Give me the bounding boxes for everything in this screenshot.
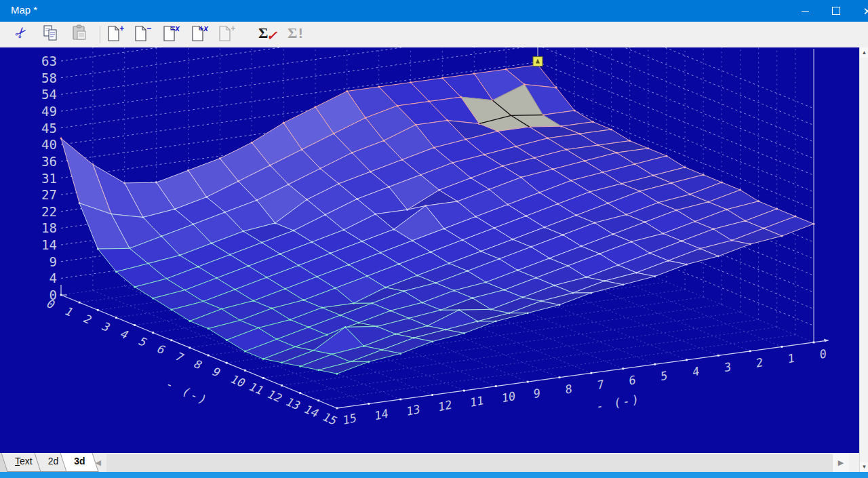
checksum-ok-button[interactable]: Σ ✓	[256, 24, 281, 45]
surface-node	[543, 226, 545, 228]
surface-node	[559, 304, 561, 306]
surface-node	[261, 241, 263, 243]
surface-node	[401, 159, 403, 161]
surface-node	[205, 196, 208, 198]
surface-node	[412, 239, 414, 241]
map-subtract-button[interactable]: −	[132, 24, 153, 45]
surface-node	[448, 262, 450, 264]
surface-node	[284, 287, 286, 290]
surface-node	[326, 334, 328, 336]
surface-node	[744, 220, 746, 222]
surface-node	[271, 307, 273, 309]
surface-node	[689, 193, 691, 195]
surface-node	[616, 152, 618, 154]
surface-node	[763, 227, 765, 229]
surface-node	[60, 138, 62, 140]
surface-node	[485, 281, 487, 283]
map-add-value-button[interactable]: +x	[189, 24, 210, 45]
surface-node	[649, 252, 651, 254]
surface-node	[488, 188, 490, 191]
surface-node	[602, 172, 604, 174]
tab-3d[interactable]: 3d	[63, 453, 96, 472]
paste-button	[69, 24, 91, 45]
surface-node	[443, 228, 445, 230]
surface-node	[757, 200, 760, 202]
surface-node	[308, 326, 310, 328]
surface-node	[299, 365, 301, 367]
surface-node	[452, 162, 454, 164]
surface-node	[639, 191, 641, 193]
surface-node	[115, 271, 117, 273]
surface-node	[315, 106, 317, 108]
svg-text:✓: ✓	[267, 28, 278, 43]
minimize-button[interactable]	[789, 0, 821, 22]
surface-node	[684, 166, 686, 168]
surface-node	[123, 182, 125, 184]
surface-node	[694, 220, 696, 222]
document-ghost-icon: +	[217, 24, 236, 45]
tab-label: Text	[15, 456, 33, 466]
toolbar-separator	[100, 26, 100, 43]
surface-node	[538, 192, 540, 194]
surface-node	[338, 183, 340, 185]
surface-node	[197, 266, 199, 268]
surface-node	[578, 133, 580, 135]
surface-node	[471, 297, 473, 299]
document-equals-x-icon: =x	[161, 24, 180, 45]
surface-node	[142, 216, 144, 218]
scissors-icon: ✂	[12, 24, 31, 45]
bottom-tick-label: 11	[469, 393, 485, 410]
surface-node	[283, 122, 285, 124]
surface-node	[731, 239, 733, 241]
scroll-down-button[interactable]: ▼	[860, 462, 868, 472]
close-icon: ✕	[863, 6, 868, 16]
checksum-warning-button: Σ !	[283, 24, 309, 45]
scroll-right-button[interactable]: ▶	[833, 453, 849, 472]
map-set-value-button[interactable]: =x	[160, 24, 182, 45]
horizontal-scrollbar[interactable]	[106, 453, 833, 472]
surface-node	[667, 260, 669, 262]
surface-node	[530, 246, 532, 248]
surface-node	[242, 231, 244, 233]
surface-node	[192, 223, 194, 225]
surface-node	[781, 235, 783, 237]
vertical-scrollbar[interactable]: ▲ ▼	[859, 47, 868, 472]
sigma-check-icon: Σ ✓	[257, 24, 280, 45]
surface-node	[671, 182, 673, 184]
svg-text:Σ: Σ	[288, 24, 297, 41]
surface-node	[566, 148, 568, 151]
surface-node	[557, 203, 559, 205]
surface-node	[187, 170, 189, 172]
bottom-tick-label: 12	[437, 398, 453, 414]
surface-node	[453, 290, 455, 292]
surface-node	[348, 264, 350, 266]
surface-node	[535, 277, 537, 279]
surface-node	[631, 241, 633, 243]
cut-button[interactable]: ✂	[11, 24, 33, 45]
close-button[interactable]: ✕	[852, 0, 868, 22]
surface-node	[234, 288, 236, 290]
maximize-button[interactable]	[821, 0, 852, 22]
surface-node	[317, 369, 319, 371]
surface-node	[470, 177, 472, 179]
surface-node	[237, 180, 239, 182]
surface-node	[380, 252, 382, 254]
z-tick-label: 54	[41, 87, 57, 102]
surface-node	[502, 165, 504, 167]
copy-button[interactable]	[40, 24, 62, 45]
surface-node	[446, 119, 448, 121]
document-plus-x-icon: +x	[190, 24, 209, 45]
surface-node	[484, 154, 486, 156]
surface-node	[560, 125, 562, 127]
surface-node	[549, 257, 551, 259]
surface-node	[776, 208, 778, 210]
surface-node	[321, 306, 323, 308]
surface-node	[415, 124, 417, 126]
map-add-button[interactable]: +	[104, 24, 126, 45]
surface-node	[570, 180, 572, 182]
surface-plot[interactable]: 0491418222731364045495458630123456789101…	[0, 47, 859, 453]
bottom-tick-label: 10	[500, 389, 517, 405]
surface-node	[376, 325, 378, 327]
surface-node	[465, 138, 467, 140]
scroll-up-button[interactable]: ▲	[860, 47, 868, 58]
